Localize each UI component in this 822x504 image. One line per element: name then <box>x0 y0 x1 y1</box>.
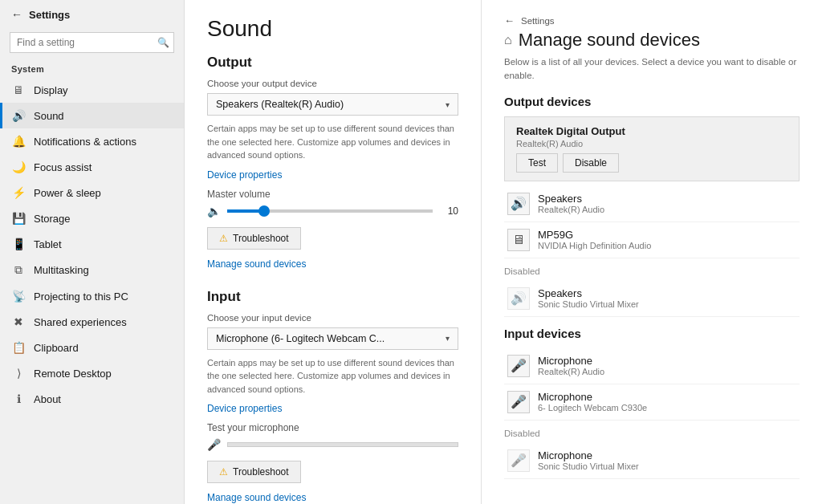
device-name: Microphone <box>538 391 647 403</box>
input-troubleshoot-button[interactable]: ⚠ Troubleshoot <box>207 461 301 483</box>
notifications-icon: 🔔 <box>11 135 26 148</box>
device-name: Speakers <box>538 193 604 205</box>
output-troubleshoot-button[interactable]: ⚠ Troubleshoot <box>207 227 301 250</box>
device-sub: Realtek(R) Audio <box>538 205 604 214</box>
sidebar-item-remote[interactable]: ⟩ Remote Desktop <box>0 360 184 386</box>
sidebar: ← Settings 🔍 System 🖥 Display 🔊 Sound 🔔 … <box>0 0 185 504</box>
home-icon: ⌂ <box>504 33 512 47</box>
chevron-down-icon: ▾ <box>446 334 450 343</box>
sidebar-item-label: Shared experiences <box>34 316 127 328</box>
device-name: Microphone <box>538 449 639 461</box>
volume-slider[interactable] <box>227 209 433 213</box>
output-devices-heading: Output devices <box>504 95 800 108</box>
sidebar-item-sound[interactable]: 🔊 Sound <box>0 103 184 128</box>
device-name: Speakers <box>538 287 639 299</box>
sidebar-item-label: Multitasking <box>34 264 89 276</box>
mic-test-label: Test your microphone <box>207 422 458 433</box>
input-devices-heading: Input devices <box>504 327 800 340</box>
output-device-properties-link[interactable]: Device properties <box>207 169 282 181</box>
mic-icon: 🎤 <box>507 391 530 413</box>
right-settings-label: Settings <box>521 16 555 26</box>
mic-icon: 🎤 <box>207 438 221 451</box>
input-device-microphone-realtek: 🎤 Microphone Realtek(R) Audio <box>504 348 800 384</box>
sidebar-item-shared[interactable]: ✖ Shared experiences <box>0 309 184 335</box>
sidebar-back-icon[interactable]: ← <box>11 8 22 21</box>
right-back-icon[interactable]: ← <box>504 14 515 26</box>
display-icon: 🖥 <box>11 83 26 96</box>
sidebar-item-display[interactable]: 🖥 Display <box>0 77 184 103</box>
projecting-icon: 📡 <box>11 290 26 303</box>
warning-icon: ⚠ <box>219 233 228 244</box>
device-name: MP59G <box>538 229 651 241</box>
disable-button[interactable]: Disable <box>563 153 619 173</box>
device-item-info: Speakers Realtek(R) Audio <box>538 193 604 214</box>
chevron-down-icon: ▾ <box>446 100 450 109</box>
device-item-info: Speakers Sonic Studio Virtual Mixer <box>538 287 639 309</box>
volume-value: 10 <box>439 205 458 217</box>
sidebar-item-power[interactable]: ⚡ Power & sleep <box>0 180 184 205</box>
output-troubleshoot-label: Troubleshoot <box>233 233 289 244</box>
device-item-info: MP59G NVIDIA High Definition Audio <box>538 229 651 250</box>
system-section-label: System <box>0 59 184 77</box>
right-title-bar: ← Settings <box>504 14 800 26</box>
input-info-text: Certain apps may be set up to use differ… <box>207 356 458 396</box>
volume-thumb[interactable] <box>258 205 270 217</box>
sidebar-title-bar: ← Settings <box>0 0 184 29</box>
sidebar-item-label: Sound <box>34 110 64 122</box>
right-title-text: Manage sound devices <box>519 30 700 51</box>
sidebar-app-title: Settings <box>29 9 70 21</box>
device-item-info: Microphone Realtek(R) Audio <box>538 355 604 376</box>
device-name: Realtek Digital Output <box>516 125 787 137</box>
device-sub: Realtek(R) Audio <box>538 367 604 376</box>
sidebar-item-tablet[interactable]: 📱 Tablet <box>0 231 184 257</box>
sidebar-item-notifications[interactable]: 🔔 Notifications & actions <box>0 128 184 154</box>
input-manage-link[interactable]: Manage sound devices <box>207 492 306 503</box>
sidebar-item-label: About <box>34 393 61 405</box>
right-panel: ← Settings ⌂ Manage sound devices Below … <box>482 0 822 504</box>
output-device-speakers: 🔊 Speakers Realtek(R) Audio <box>504 186 800 222</box>
sound-icon: 🔊 <box>11 109 26 122</box>
right-description: Below is a list of all your devices. Sel… <box>504 55 800 83</box>
device-sub: Sonic Studio Virtual Mixer <box>538 461 639 471</box>
sidebar-item-storage[interactable]: 💾 Storage <box>0 205 184 231</box>
device-name: Microphone <box>538 355 604 367</box>
input-device-dropdown[interactable]: Microphone (6- Logitech Webcam C... ▾ <box>207 327 458 350</box>
output-info-text: Certain apps may be set up to use differ… <box>207 122 458 162</box>
about-icon: ℹ <box>11 392 26 405</box>
speaker-icon: 🔊 <box>507 193 530 215</box>
output-disabled-label: Disabled <box>504 266 800 276</box>
output-device-dropdown[interactable]: Speakers (Realtek(R) Audio) ▾ <box>207 93 458 116</box>
sidebar-item-label: Display <box>34 84 68 96</box>
mic-icon: 🎤 <box>507 355 530 377</box>
input-device-value: Microphone (6- Logitech Webcam C... <box>216 333 385 344</box>
sidebar-item-focus[interactable]: 🌙 Focus assist <box>0 154 184 180</box>
sidebar-item-label: Storage <box>34 213 71 225</box>
power-icon: ⚡ <box>11 186 26 199</box>
input-device-properties-link[interactable]: Device properties <box>207 403 282 414</box>
sidebar-item-label: Power & sleep <box>34 187 101 199</box>
sidebar-item-clipboard[interactable]: 📋 Clipboard <box>0 335 184 360</box>
output-manage-link[interactable]: Manage sound devices <box>207 258 306 270</box>
monitor-icon: 🖥 <box>507 229 530 251</box>
sidebar-item-projecting[interactable]: 📡 Projecting to this PC <box>0 283 184 309</box>
tablet-icon: 📱 <box>11 238 26 250</box>
test-button[interactable]: Test <box>516 153 558 173</box>
search-icon: 🔍 <box>157 37 169 48</box>
sidebar-item-about[interactable]: ℹ About <box>0 386 184 412</box>
sidebar-item-label: Tablet <box>34 238 62 250</box>
output-device-mp59g: 🖥 MP59G NVIDIA High Definition Audio <box>504 222 800 258</box>
input-device-microphone-logitech: 🎤 Microphone 6- Logitech Webcam C930e <box>504 384 800 421</box>
output-device-card-realtek: Realtek Digital Output Realtek(R) Audio … <box>504 116 800 181</box>
multitasking-icon: ⧉ <box>11 263 26 277</box>
remote-icon: ⟩ <box>11 367 26 380</box>
sidebar-item-multitasking[interactable]: ⧉ Multitasking <box>0 257 184 283</box>
warning-icon: ⚠ <box>219 466 228 478</box>
volume-row: 🔈 10 <box>207 205 458 217</box>
mic-level-bar <box>227 442 458 447</box>
device-sub: Realtek(R) Audio <box>516 139 787 148</box>
focus-icon: 🌙 <box>11 161 26 173</box>
shared-icon: ✖ <box>11 315 26 328</box>
sidebar-search-container: 🔍 <box>10 32 174 53</box>
device-sub: Sonic Studio Virtual Mixer <box>538 299 639 309</box>
search-input[interactable] <box>10 32 174 53</box>
